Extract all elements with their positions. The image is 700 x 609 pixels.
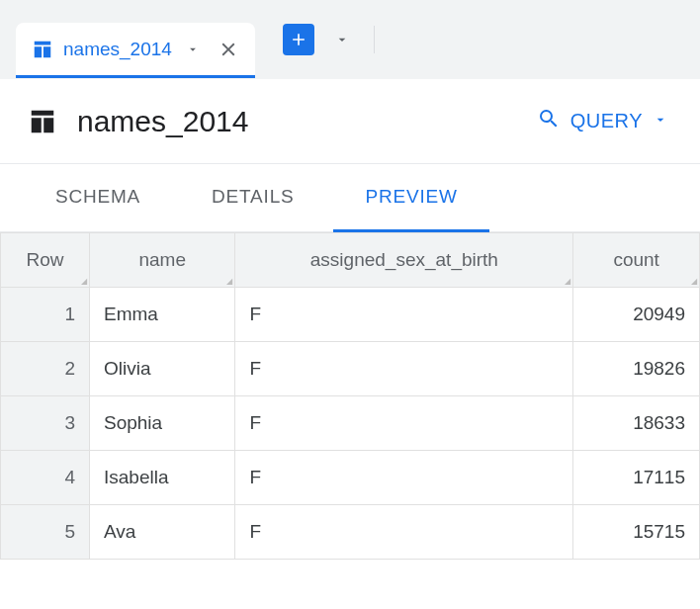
active-tab[interactable]: names_2014 [16,23,255,78]
table-row: 3 Sophia F 18633 [1,396,700,451]
query-button[interactable]: QUERY [529,101,676,141]
cell-count: 18633 [573,396,700,451]
table-row: 1 Emma F 20949 [1,288,700,342]
new-tab-button[interactable] [283,24,314,55]
cell-count: 15715 [573,505,700,560]
cell-row: 3 [1,396,90,451]
chevron-down-icon[interactable] [186,43,200,56]
cell-row: 2 [1,342,90,396]
cell-count: 17115 [573,451,700,505]
cell-name: Ava [90,505,235,560]
cell-count: 19826 [573,342,700,396]
table-header-row: Row◢ name◢ assigned_sex_at_birth◢ count◢ [1,233,700,288]
table-row: 5 Ava F 15715 [1,505,700,560]
tab-preview[interactable]: PREVIEW [333,164,488,232]
tab-details[interactable]: DETAILS [180,164,325,232]
table-row: 2 Olivia F 19826 [1,342,700,396]
divider [374,26,375,53]
table-body: 1 Emma F 20949 2 Olivia F 19826 3 Sophia… [1,288,700,560]
cell-row: 4 [1,451,90,505]
cell-name: Isabella [90,451,235,505]
page-title: names_2014 [77,105,509,138]
table-row: 4 Isabella F 17115 [1,451,700,505]
cell-sex: F [235,342,573,396]
cell-count: 20949 [573,288,700,342]
table-icon [28,107,57,136]
cell-row: 5 [1,505,90,560]
tab-schema[interactable]: SCHEMA [24,164,172,232]
cell-name: Sophia [90,396,235,451]
chevron-down-icon [653,110,668,132]
cell-row: 1 [1,288,90,342]
search-icon [537,107,561,135]
nav-tabs: SCHEMA DETAILS PREVIEW [0,163,700,232]
cell-sex: F [235,451,573,505]
col-header-assigned-sex[interactable]: assigned_sex_at_birth◢ [235,233,573,288]
cell-sex: F [235,396,573,451]
close-icon[interactable] [218,39,239,60]
page-header: names_2014 QUERY [0,79,700,163]
col-header-count[interactable]: count◢ [573,233,700,288]
cell-name: Emma [90,288,235,342]
cell-sex: F [235,505,573,560]
col-header-name[interactable]: name◢ [90,233,235,288]
col-header-row[interactable]: Row◢ [1,233,90,288]
cell-name: Olivia [90,342,235,396]
tab-label: names_2014 [63,39,172,60]
cell-sex: F [235,288,573,342]
top-bar: names_2014 [0,0,700,79]
table-icon [32,39,53,60]
new-tab-dropdown[interactable] [334,32,350,47]
preview-table: Row◢ name◢ assigned_sex_at_birth◢ count◢… [0,232,700,560]
query-label: QUERY [570,110,643,132]
